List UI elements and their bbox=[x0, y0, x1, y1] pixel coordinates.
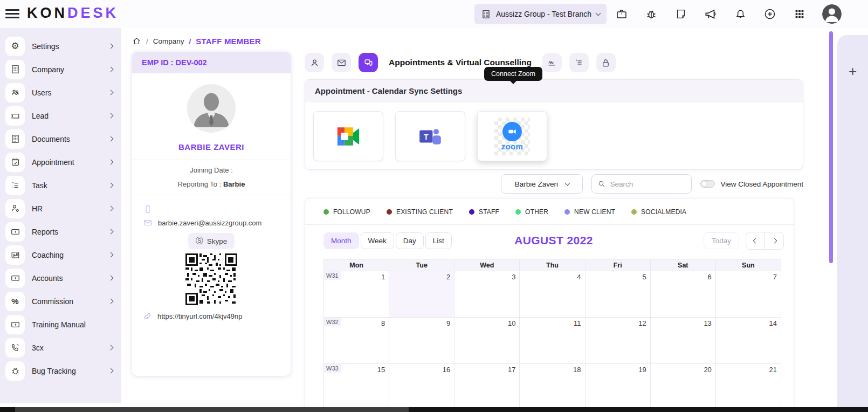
prev-month-button[interactable] bbox=[746, 232, 765, 250]
company-icon bbox=[5, 60, 25, 79]
staff-select[interactable]: Barbie Zaveri bbox=[501, 174, 583, 194]
sidebar-item-company[interactable]: Company bbox=[0, 58, 121, 81]
sidebar-item-accounts[interactable]: Accounts bbox=[0, 266, 121, 290]
calendar-day-cell[interactable]: 18 bbox=[520, 364, 585, 408]
calendar-day-cell[interactable]: 11 bbox=[520, 318, 585, 364]
sidebar-item-coaching[interactable]: Coaching bbox=[0, 243, 121, 266]
sidebar-item-settings[interactable]: ⚙ Settings bbox=[0, 35, 121, 58]
zoom-button[interactable]: zoom bbox=[477, 111, 547, 161]
view-closed-label: View Closed Appointment bbox=[720, 180, 803, 188]
search-box[interactable] bbox=[591, 174, 692, 194]
sidebar-item-commission[interactable]: % Commission bbox=[0, 290, 121, 313]
calendar-day-cell[interactable]: 6 bbox=[650, 271, 715, 318]
calendar-day-cell[interactable]: 13 bbox=[650, 318, 715, 364]
view-week-button[interactable]: Week bbox=[361, 232, 394, 249]
view-month-button[interactable]: Month bbox=[323, 232, 359, 249]
today-button[interactable]: Today bbox=[704, 232, 739, 249]
sidebar-item-lead[interactable]: Lead bbox=[0, 104, 121, 127]
zoom-icon: zoom bbox=[494, 118, 530, 155]
home-icon[interactable] bbox=[132, 37, 141, 46]
envelope-icon bbox=[336, 58, 347, 68]
sidebar-item-documents[interactable]: Documents bbox=[0, 127, 121, 150]
calendar-day-cell[interactable]: 12 bbox=[585, 318, 650, 364]
briefcase-icon[interactable] bbox=[615, 7, 629, 21]
calendar-day-cell[interactable]: W328 bbox=[324, 318, 389, 364]
bug-icon[interactable] bbox=[644, 7, 658, 21]
week-number: W32 bbox=[324, 318, 341, 326]
view-closed-toggle[interactable] bbox=[700, 180, 715, 188]
hr-icon bbox=[5, 199, 25, 218]
sidebar-item-task[interactable]: Task bbox=[0, 174, 121, 197]
calendar-day-cell[interactable]: W3315 bbox=[324, 364, 389, 408]
legend-dot bbox=[469, 209, 474, 215]
user-avatar[interactable] bbox=[822, 4, 842, 24]
note-icon[interactable] bbox=[674, 7, 688, 21]
calendar-day-cell[interactable]: 14 bbox=[715, 318, 781, 364]
plus-circle-icon[interactable] bbox=[763, 7, 777, 21]
profile-link[interactable]: https://tinyurl.com/4kjv49np bbox=[132, 312, 291, 321]
staff-profile-card: EMP ID : DEV-002 BARBIE ZAVERI Joining D… bbox=[132, 52, 291, 376]
view-day-button[interactable]: Day bbox=[396, 232, 424, 249]
calendar-day-cell[interactable]: 16 bbox=[389, 364, 454, 408]
add-panel-button[interactable]: + bbox=[845, 63, 861, 79]
apps-grid-icon[interactable] bbox=[793, 7, 807, 21]
horizontal-scrollbar[interactable] bbox=[0, 407, 868, 412]
megaphone-icon[interactable] bbox=[704, 7, 718, 21]
sidebar-item-3cx[interactable]: 3cx bbox=[0, 336, 121, 359]
next-month-button[interactable] bbox=[764, 232, 784, 250]
vertical-scrollbar[interactable] bbox=[829, 31, 833, 263]
calendar-day-cell[interactable]: 2 bbox=[389, 271, 454, 318]
legend-dot bbox=[631, 209, 637, 215]
branch-selector[interactable]: Aussizz Group - Test Branch bbox=[474, 4, 607, 24]
calendar-day-cell[interactable]: 17 bbox=[454, 364, 520, 408]
chat-icon bbox=[363, 58, 374, 68]
calendar-day-cell[interactable]: W311 bbox=[324, 271, 389, 318]
calendar-day-cell[interactable]: 7 bbox=[715, 271, 781, 318]
calendar-day-cell[interactable]: 10 bbox=[454, 318, 520, 364]
microsoft-teams-icon: T bbox=[418, 126, 442, 147]
legend-item: SOCIALMEDIA bbox=[631, 208, 686, 216]
google-meet-button[interactable] bbox=[313, 111, 383, 161]
sidebar-item-appointment[interactable]: Appointment bbox=[0, 150, 121, 174]
staff-name: BARBIE ZAVERI bbox=[132, 142, 291, 152]
microsoft-teams-button[interactable]: T bbox=[395, 111, 465, 161]
bell-icon[interactable] bbox=[733, 7, 747, 21]
search-input[interactable] bbox=[610, 180, 680, 188]
legend-dot bbox=[387, 209, 392, 215]
sidebar-item-bug-tracking[interactable]: Bug Tracking bbox=[0, 359, 121, 382]
tab-appointments[interactable] bbox=[359, 53, 378, 72]
sidebar-item-reports[interactable]: Reports bbox=[0, 220, 121, 243]
tab-tasks[interactable] bbox=[569, 53, 589, 72]
sidebar-item-hr[interactable]: HR bbox=[0, 197, 121, 220]
email-row[interactable]: barbie.zaveri@aussizzgroup.com bbox=[143, 218, 291, 228]
calendar-day-cell[interactable]: 4 bbox=[520, 271, 585, 318]
sidebar-item-training-manual[interactable]: Training Manual bbox=[0, 313, 121, 336]
tab-profile[interactable] bbox=[305, 53, 324, 72]
tabs-title: Appointments & Virtual Counselling bbox=[389, 58, 532, 67]
staff-tabs: Appointments & Virtual Counselling bbox=[305, 53, 616, 72]
chevron-right-icon bbox=[108, 183, 114, 188]
svg-text:T: T bbox=[424, 133, 429, 141]
person-icon bbox=[309, 58, 320, 68]
training-manual-icon bbox=[5, 315, 25, 334]
calendar-day-cell[interactable]: 5 bbox=[585, 271, 650, 318]
day-header: Sat bbox=[650, 260, 715, 271]
tab-mail[interactable] bbox=[332, 53, 351, 72]
view-list-button[interactable]: List bbox=[425, 232, 452, 249]
staff-avatar bbox=[187, 84, 236, 133]
skype-button[interactable]: Ⓢ Skype bbox=[188, 233, 235, 249]
calendar-day-cell[interactable]: 21 bbox=[715, 364, 781, 408]
sidebar-item-users[interactable]: Users bbox=[0, 81, 121, 104]
google-meet-icon bbox=[336, 126, 361, 147]
hamburger-menu-icon[interactable] bbox=[5, 9, 19, 19]
tab-signature[interactable] bbox=[542, 53, 562, 72]
breadcrumb-company[interactable]: Company bbox=[153, 37, 184, 45]
appointment-controls: Barbie Zaveri View Closed Appointment bbox=[305, 174, 803, 194]
calendar-day-cell[interactable]: 19 bbox=[585, 364, 650, 408]
calendar-day-cell[interactable]: 20 bbox=[650, 364, 715, 408]
calendar-day-cell[interactable]: 3 bbox=[454, 271, 520, 318]
legend-dot bbox=[323, 209, 329, 215]
calendar-day-cell[interactable]: 9 bbox=[389, 318, 454, 364]
horizontal-scrollbar-thumb[interactable] bbox=[15, 407, 409, 412]
tab-lock[interactable] bbox=[596, 53, 616, 72]
